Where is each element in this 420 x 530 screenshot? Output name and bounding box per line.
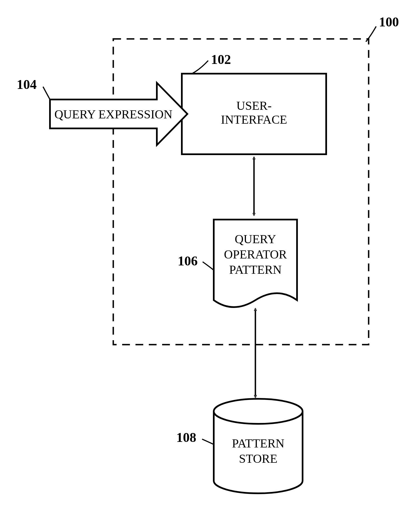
leader-100	[366, 26, 376, 42]
pattern-label-2: OPERATOR	[224, 248, 287, 261]
refnum-102: 102	[211, 52, 231, 67]
store-label-1: PATTERN	[232, 437, 284, 450]
leader-108	[202, 439, 214, 445]
leader-102	[192, 61, 208, 73]
query-expression-label: QUERY EXPRESSION	[54, 108, 172, 121]
svg-point-0	[214, 399, 303, 424]
user-interface-label-1: USER-	[236, 99, 271, 113]
leader-104	[43, 87, 50, 99]
pattern-label-1: QUERY	[235, 232, 276, 246]
refnum-108: 108	[176, 430, 196, 445]
refnum-106: 106	[178, 253, 198, 268]
user-interface-label-2: INTERFACE	[221, 113, 287, 126]
leader-106	[203, 262, 214, 270]
refnum-104: 104	[17, 77, 37, 92]
refnum-100: 100	[379, 14, 399, 29]
pattern-label-3: PATTERN	[229, 263, 281, 277]
store-label-2: STORE	[239, 452, 278, 466]
